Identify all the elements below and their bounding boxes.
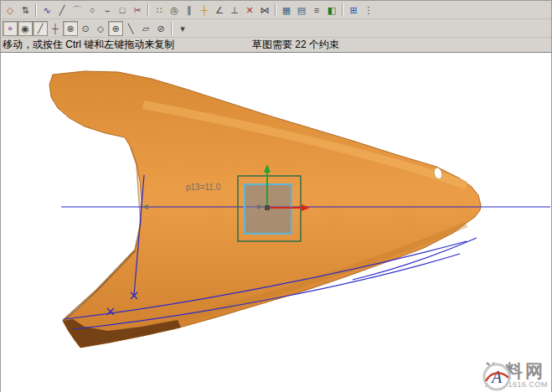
viewport-canvas — [1, 53, 551, 392]
point-on-curve-icon[interactable]: ╲ — [123, 21, 138, 36]
circle-icon[interactable]: ○ — [85, 3, 100, 18]
sheet-icon[interactable]: ▤ — [294, 3, 309, 18]
control-point-icon[interactable]: ┼ — [48, 21, 63, 36]
more-options-icon[interactable]: ⋮ — [361, 3, 376, 18]
perpendicular-constraint-icon[interactable]: ⊥ — [227, 3, 242, 18]
toolbar-separator — [275, 3, 276, 17]
mid-point-icon[interactable]: ╱ — [33, 21, 48, 36]
status-bar: 移动，或按住 Ctrl 键和左键拖动来复制 草图需要 22 个约束 — [1, 38, 551, 53]
watermark: A 资料网 ZL.XS1616.COM — [481, 361, 548, 389]
rectangle-icon[interactable]: □ — [115, 3, 130, 18]
fillet-icon[interactable]: ⌣ — [100, 3, 115, 18]
arc-center-icon[interactable]: ⊙ — [78, 21, 93, 36]
delete-constraint-icon[interactable]: ✕ — [242, 3, 257, 18]
toolbar-separator — [35, 3, 37, 17]
layer-settings-icon[interactable]: ≡ — [309, 3, 324, 18]
derived-line-icon[interactable]: ∥ — [182, 3, 197, 18]
tangent-point-icon[interactable]: ⊘ — [153, 21, 168, 36]
status-prompt-text: 移动，或按住 Ctrl 键和左键拖动来复制 — [3, 38, 174, 52]
auto-dimension-icon[interactable]: ⊞ — [346, 3, 361, 18]
intersection-point-icon[interactable]: ⊗ — [63, 21, 78, 36]
sketch-origin-point[interactable] — [265, 205, 270, 210]
watermark-logo: A — [481, 361, 513, 392]
datum-plane-icon[interactable]: ◇ — [3, 3, 18, 18]
watermark-logo-letter: A — [490, 368, 503, 386]
viewport-3d[interactable]: p13=11.0 A 资料网 ZL.XS1616.COM — [1, 53, 551, 392]
orient-view-icon[interactable]: ⇅ — [18, 3, 33, 18]
toolbar-separator — [342, 3, 343, 17]
offset-curve-icon[interactable]: ◎ — [167, 3, 182, 18]
profile-icon[interactable]: ∿ — [39, 3, 54, 18]
toolbar-snap-points: ⌖◉╱┼⊗⊙◇⊕╲▱⊘▾ — [1, 19, 551, 38]
point-icon[interactable]: ┼ — [197, 3, 212, 18]
mirror-curve-icon[interactable]: ⋈ — [257, 3, 272, 18]
toolbar-sketch-tools: ◇⇅∿╱⌒○⌣□✂∷◎∥┼∠⊥✕⋈▦▤≡◧⊞⋮ — [1, 1, 551, 19]
existing-point-icon[interactable]: ⊕ — [108, 21, 123, 36]
snap-options-dropdown-icon[interactable]: ▾ — [175, 21, 190, 36]
cad-window: ◇⇅∿╱⌒○⌣□✂∷◎∥┼∠⊥✕⋈▦▤≡◧⊞⋮ ⌖◉╱┼⊗⊙◇⊕╲▱⊘▾ 移动，… — [0, 0, 552, 392]
status-constraints-text: 草图需要 22 个约束 — [252, 38, 339, 52]
show-constraints-icon[interactable]: ◧ — [324, 3, 339, 18]
dimension-label[interactable]: p13=11.0 — [186, 183, 220, 192]
toolbar-separator — [171, 22, 173, 35]
angle-dimension-icon[interactable]: ∠ — [212, 3, 227, 18]
quadrant-point-icon[interactable]: ◇ — [93, 21, 108, 36]
grid-icon[interactable]: ▦ — [279, 3, 294, 18]
toolbar-separator — [147, 3, 149, 17]
end-point-icon[interactable]: ◉ — [18, 21, 33, 36]
quick-trim-icon[interactable]: ✂ — [130, 3, 145, 18]
arc-icon[interactable]: ⌒ — [70, 3, 85, 18]
line-icon[interactable]: ╱ — [54, 3, 70, 18]
point-on-face-icon[interactable]: ▱ — [138, 21, 153, 36]
pattern-curve-icon[interactable]: ∷ — [152, 3, 167, 18]
snap-point-toggle-icon[interactable]: ⌖ — [3, 21, 18, 36]
